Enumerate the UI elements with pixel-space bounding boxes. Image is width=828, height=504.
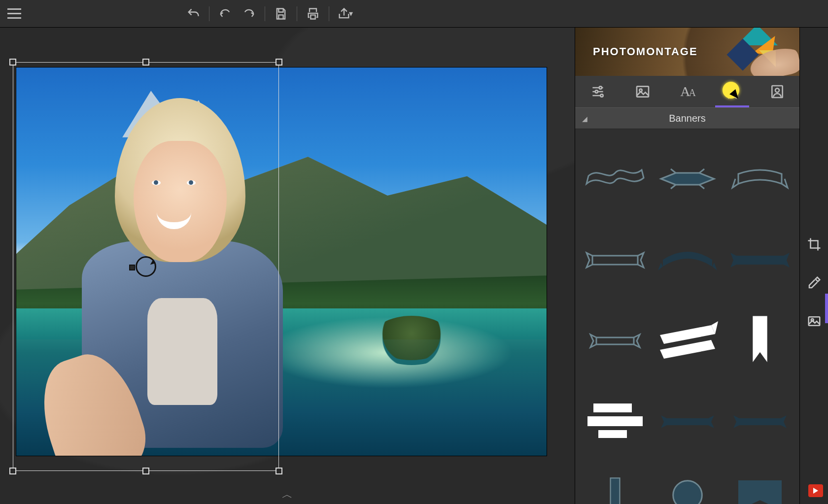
panel-tabs: AA [575, 76, 799, 107]
play-button[interactable] [808, 484, 823, 497]
tab-image[interactable] [620, 76, 665, 107]
svg-rect-19 [808, 317, 820, 326]
asset-ribbon-stack-solid[interactable] [580, 384, 650, 458]
section-title: Banners [669, 113, 706, 124]
svg-point-2 [600, 94, 603, 97]
side-panel: PHOTOMONTAGE AA [575, 28, 799, 504]
asset-badge-medal[interactable] [653, 465, 722, 504]
svg-rect-11 [593, 403, 632, 412]
svg-rect-3 [637, 86, 649, 97]
separator [265, 6, 265, 21]
asset-ribbon-roll-outline[interactable] [725, 142, 794, 216]
tab-portrait[interactable] [755, 76, 799, 107]
separator [329, 6, 329, 21]
assets-grid [575, 129, 799, 504]
svg-rect-9 [736, 256, 784, 265]
collapse-caret-icon: ◢ [582, 115, 587, 123]
redo-back-icon [218, 7, 232, 21]
crop-icon [807, 237, 822, 252]
save-button[interactable] [269, 2, 293, 26]
menu-button[interactable] [5, 4, 24, 23]
sliders-icon [590, 84, 606, 100]
image-icon [635, 84, 651, 100]
asset-ribbon-straight-solid[interactable] [725, 223, 794, 297]
svg-point-0 [599, 86, 601, 89]
svg-rect-13 [598, 430, 627, 438]
tool-rail [799, 28, 828, 504]
svg-rect-12 [587, 416, 643, 426]
svg-rect-10 [596, 337, 634, 344]
rail-image-button[interactable] [804, 311, 824, 331]
svg-point-7 [775, 88, 779, 92]
redo-forward-icon [242, 7, 256, 21]
toolbar-group: ▾ [181, 2, 357, 26]
main: ︿ PHOTOMONTAGE AA [0, 28, 828, 504]
image-icon [807, 314, 822, 329]
svg-rect-15 [739, 418, 781, 425]
panel-header: PHOTOMONTAGE [575, 28, 799, 76]
separator [209, 6, 209, 21]
svg-rect-16 [610, 478, 620, 504]
rail-active-indicator [825, 294, 828, 323]
text-aa-icon: AA [680, 84, 694, 100]
photo-wrapper [16, 67, 547, 456]
asset-ribbon-tiny-solid-1[interactable] [653, 384, 722, 458]
asset-ribbon-small-outline[interactable] [580, 303, 650, 377]
tab-adjust[interactable] [575, 76, 620, 107]
svg-rect-8 [592, 256, 638, 265]
tab-shapes[interactable] [710, 76, 755, 107]
redo-forward-button[interactable] [237, 2, 261, 26]
asset-badge-column[interactable] [580, 465, 650, 504]
canvas-area[interactable]: ︿ [0, 28, 575, 504]
portrait-icon [769, 84, 785, 100]
asset-ribbon-diagonal-double[interactable] [653, 303, 722, 377]
eyedropper-icon [807, 275, 822, 290]
undo-button[interactable] [181, 2, 205, 26]
print-button[interactable] [301, 2, 325, 26]
asset-ribbon-rhombus[interactable] [653, 142, 722, 216]
expand-chevron-icon[interactable]: ︿ [282, 487, 293, 502]
svg-rect-14 [667, 418, 708, 425]
crop-button[interactable] [804, 235, 824, 254]
asset-ribbon-tiny-solid-2[interactable] [725, 384, 794, 458]
save-icon [274, 7, 288, 21]
print-icon [306, 7, 320, 21]
foreground-person [59, 91, 292, 448]
share-button[interactable]: ▾ [333, 2, 357, 26]
redo-back-button[interactable] [213, 2, 237, 26]
eyedropper-button[interactable] [804, 273, 824, 293]
separator [297, 6, 297, 21]
svg-point-18 [673, 481, 702, 504]
asset-bookmark-solid[interactable] [725, 303, 794, 377]
asset-ribbon-arc-solid[interactable] [653, 223, 722, 297]
section-header[interactable]: ◢ Banners [575, 107, 799, 129]
svg-point-1 [595, 90, 597, 93]
asset-ribbon-wave-outline[interactable] [580, 142, 650, 216]
asset-flag-pennant[interactable] [725, 465, 794, 504]
panel-title: PHOTOMONTAGE [593, 45, 698, 58]
chevron-down-icon: ▾ [349, 9, 353, 18]
asset-ribbon-flat-outline[interactable] [580, 223, 650, 297]
top-toolbar: ▾ [0, 0, 828, 28]
edited-photo[interactable] [16, 67, 547, 456]
tab-text[interactable]: AA [665, 76, 710, 107]
undo-icon [186, 7, 200, 21]
